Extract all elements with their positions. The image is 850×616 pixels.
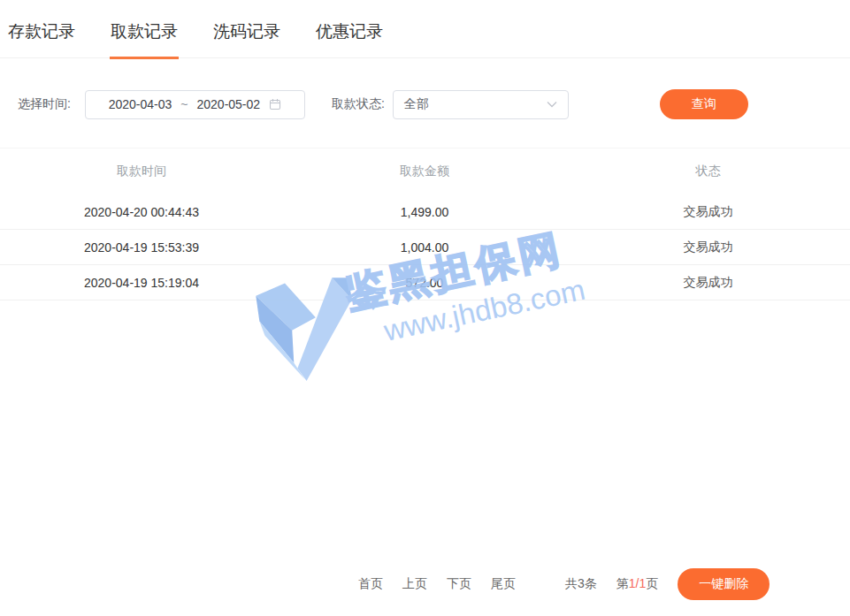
first-page-link[interactable]: 首页	[358, 576, 387, 592]
next-page-link[interactable]: 下页	[447, 576, 475, 592]
cell-status: 交易成功	[566, 204, 850, 220]
tab-rebate-records[interactable]: 洗码记录	[212, 15, 281, 59]
table-row: 2020-04-19 15:19:04 572.00 交易成功	[0, 265, 850, 300]
cell-time: 2020-04-19 15:19:04	[0, 276, 283, 290]
status-select[interactable]: 全部	[393, 90, 569, 119]
col-header-time: 取款时间	[0, 164, 283, 179]
record-tabbar: 存款记录 取款记录 洗码记录 优惠记录	[0, 0, 850, 58]
date-end-value: 2020-05-02	[196, 97, 260, 111]
current-page-number: 1	[629, 576, 636, 590]
page-indicator: 第1/1页	[616, 576, 658, 592]
cell-amount: 1,499.00	[283, 205, 566, 219]
time-filter-label: 选择时间:	[18, 96, 71, 112]
prev-page-link[interactable]: 上页	[402, 576, 431, 592]
cell-status: 交易成功	[566, 275, 850, 291]
col-header-amount: 取款金额	[283, 164, 566, 179]
status-filter-label: 取款状态:	[332, 96, 385, 112]
date-start-value: 2020-04-03	[109, 97, 172, 111]
cell-status: 交易成功	[566, 240, 850, 255]
pagination-bar: 首页 上页 下页 尾页 共3条 第1/1页 一键删除	[358, 568, 770, 600]
tab-promo-records[interactable]: 优惠记录	[315, 15, 384, 59]
table-row: 2020-04-19 15:53:39 1,004.00 交易成功	[0, 230, 850, 265]
cell-amount: 572.00	[283, 276, 566, 290]
table-row: 2020-04-20 00:44:43 1,499.00 交易成功	[0, 194, 850, 230]
withdrawal-table: 取款时间 取款金额 状态 2020-04-20 00:44:43 1,499.0…	[0, 148, 850, 300]
status-select-value: 全部	[404, 96, 547, 112]
tab-withdrawal-records[interactable]: 取款记录	[110, 15, 179, 59]
cell-time: 2020-04-20 00:44:43	[0, 205, 283, 219]
chevron-down-icon	[547, 101, 557, 108]
total-count-label: 共3条	[565, 576, 597, 592]
last-page-link[interactable]: 尾页	[491, 576, 519, 592]
table-header-row: 取款时间 取款金额 状态	[0, 148, 850, 194]
cell-time: 2020-04-19 15:53:39	[0, 240, 283, 255]
col-header-status: 状态	[566, 164, 850, 179]
date-range-input[interactable]: 2020-04-03 ~ 2020-05-02	[85, 90, 305, 119]
calendar-icon	[269, 98, 281, 110]
tab-deposit-records[interactable]: 存款记录	[7, 15, 76, 59]
filter-bar: 选择时间: 2020-04-03 ~ 2020-05-02 取款状态: 全部 查…	[0, 89, 850, 119]
date-range-separator: ~	[180, 97, 188, 111]
query-button[interactable]: 查询	[660, 89, 748, 119]
cell-amount: 1,004.00	[283, 240, 566, 255]
delete-all-button[interactable]: 一键删除	[678, 568, 770, 600]
